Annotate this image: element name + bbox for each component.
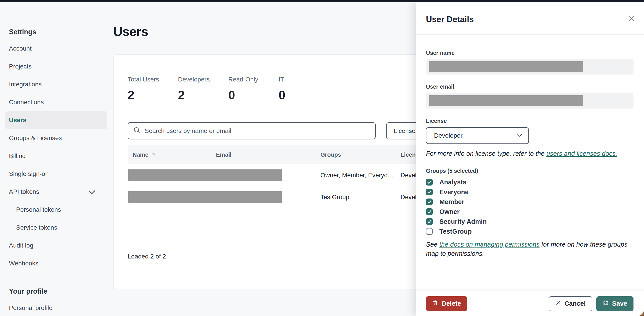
redacted-value-bar xyxy=(429,61,583,72)
sidebar-item-billing[interactable]: Billing xyxy=(5,147,107,165)
load-status: Loaded 2 of 2 xyxy=(128,253,166,260)
table-header-name[interactable]: Name xyxy=(128,151,216,158)
license-select[interactable]: Developer xyxy=(426,127,529,144)
cancel-button[interactable]: Cancel xyxy=(549,296,592,311)
table-header-email[interactable]: Email xyxy=(216,151,320,158)
sidebar-profile-heading: Your profile xyxy=(9,287,48,295)
sidebar-item-connections[interactable]: Connections xyxy=(5,93,107,111)
group-row-everyone: Everyone xyxy=(426,187,487,197)
close-icon[interactable] xyxy=(626,14,636,24)
sidebar-item-single-sign-on[interactable]: Single sign-on xyxy=(5,165,107,183)
search-input[interactable] xyxy=(145,127,370,135)
x-icon xyxy=(556,300,561,307)
permissions-note-text: See the docs on managing permissions for… xyxy=(426,240,634,258)
delete-button[interactable]: Delete xyxy=(426,296,467,311)
sort-ascending-icon xyxy=(151,151,156,158)
redacted-value-bar xyxy=(429,95,583,106)
trash-icon xyxy=(432,300,438,307)
stat-it: IT 0 xyxy=(278,76,329,102)
redacted-name-email-bar xyxy=(128,169,282,181)
user-name-field[interactable] xyxy=(426,59,634,75)
managing-permissions-docs-link[interactable]: the docs on managing permissions xyxy=(440,241,540,248)
checkbox-analysts[interactable] xyxy=(426,179,433,186)
sidebar-item-service-tokens[interactable]: Service tokens xyxy=(5,219,107,236)
sidebar-profile-list: Personal profile xyxy=(5,299,107,316)
user-email-field[interactable] xyxy=(426,93,634,109)
chevron-down-icon xyxy=(88,189,96,196)
panel-footer: Delete Cancel Save xyxy=(416,291,644,316)
sidebar-item-audit-log[interactable]: Audit log xyxy=(5,236,107,254)
stat-developers: Developers 2 xyxy=(178,76,228,102)
checkbox-member[interactable] xyxy=(426,198,433,205)
save-disk-icon xyxy=(603,300,609,307)
license-selected-value: Developer xyxy=(434,132,463,139)
row-groups-cell: TestGroup xyxy=(320,194,400,201)
sidebar-item-users[interactable]: Users xyxy=(5,111,107,129)
panel-header: User Details xyxy=(416,2,644,35)
search-icon xyxy=(133,126,141,135)
user-search-box[interactable] xyxy=(128,122,376,139)
sidebar-item-webhooks[interactable]: Webhooks xyxy=(5,254,107,272)
checkbox-testgroup[interactable] xyxy=(426,228,433,235)
user-email-label: User email xyxy=(426,84,454,90)
group-row-owner: Owner xyxy=(426,207,487,217)
sidebar-item-groups-licenses[interactable]: Groups & Licenses xyxy=(5,129,107,147)
row-groups-cell: Owner, Member, Everyo… xyxy=(320,172,400,179)
panel-body: User name User email License Developer F… xyxy=(416,35,644,291)
sidebar-item-api-tokens[interactable]: API tokens xyxy=(5,183,107,201)
checkbox-everyone[interactable] xyxy=(426,189,433,195)
save-button[interactable]: Save xyxy=(596,296,634,311)
sidebar-item-personal-profile[interactable]: Personal profile xyxy=(5,299,107,316)
sidebar-item-personal-tokens[interactable]: Personal tokens xyxy=(5,201,107,219)
groups-label: Groups (5 selected) xyxy=(426,168,478,174)
user-details-panel: User Details User name User email Licens… xyxy=(416,2,644,316)
chevron-down-icon xyxy=(517,132,522,139)
user-stats: Total Users 2 Developers 2 Read-Only 0 I… xyxy=(128,76,329,102)
sidebar-settings-heading: Settings xyxy=(9,28,36,36)
group-row-testgroup: TestGroup xyxy=(426,226,487,236)
top-bar xyxy=(0,0,644,2)
group-row-analysts: Analysts xyxy=(426,177,487,187)
user-name-label: User name xyxy=(426,50,454,56)
redacted-name-email-bar xyxy=(128,191,282,203)
group-row-security-admin: Security Admin xyxy=(426,217,487,226)
checkbox-security-admin[interactable] xyxy=(426,218,433,225)
license-label: License xyxy=(426,118,447,124)
license-info-text: For more info on license type, refer to … xyxy=(426,149,634,158)
settings-sidebar: Settings Account Projects Integrations C… xyxy=(0,2,113,316)
table-header-groups[interactable]: Groups xyxy=(320,151,400,158)
sidebar-item-account[interactable]: Account xyxy=(5,40,107,58)
users-licenses-docs-link[interactable]: users and licenses docs. xyxy=(546,150,618,157)
groups-checkbox-list: Analysts Everyone Member Owner Security … xyxy=(426,177,487,236)
page-title: Users xyxy=(113,24,148,39)
sidebar-item-projects[interactable]: Projects xyxy=(5,58,107,75)
stat-total-users: Total Users 2 xyxy=(128,76,178,102)
stat-read-only: Read-Only 0 xyxy=(228,76,278,102)
checkbox-owner[interactable] xyxy=(426,208,433,215)
panel-title: User Details xyxy=(426,15,474,24)
sidebar-item-integrations[interactable]: Integrations xyxy=(5,75,107,93)
sidebar-nav-list: Account Projects Integrations Connection… xyxy=(5,40,107,272)
group-row-member: Member xyxy=(426,197,487,207)
